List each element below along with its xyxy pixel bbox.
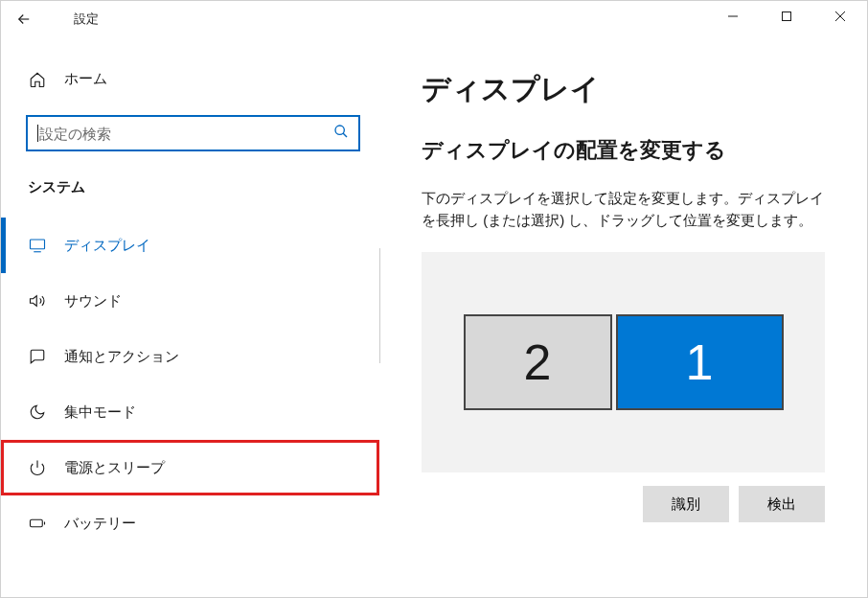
maximize-button[interactable] (760, 1, 813, 32)
svg-point-4 (335, 126, 344, 134)
sidebar-item-display[interactable]: ディスプレイ (1, 218, 379, 273)
power-icon (28, 459, 47, 476)
minimize-icon (727, 11, 739, 22)
sidebar-item-sound[interactable]: サウンド (1, 273, 379, 329)
sidebar-item-label: サウンド (64, 292, 122, 310)
svg-rect-10 (31, 519, 43, 527)
monitor-number: 2 (524, 334, 552, 391)
section-title: ディスプレイの配置を変更する (422, 136, 825, 165)
search-icon (333, 124, 349, 143)
page-title: ディスプレイ (422, 70, 825, 109)
sidebar-item-notifications[interactable]: 通知とアクション (1, 329, 379, 384)
titlebar: 設定 (1, 1, 867, 37)
close-button[interactable] (813, 1, 867, 32)
display-arrangement-area[interactable]: 2 1 (422, 252, 825, 472)
detect-button[interactable]: 検出 (739, 486, 825, 522)
identify-button[interactable]: 識別 (643, 486, 729, 522)
sidebar: ホーム システム ディスプレイ サウンド (1, 37, 379, 597)
speaker-icon (28, 292, 47, 310)
sidebar-item-label: 集中モード (64, 403, 136, 422)
minimize-button[interactable] (706, 1, 760, 32)
search-box[interactable] (26, 115, 360, 151)
window-controls (706, 1, 867, 32)
sidebar-item-label: ディスプレイ (64, 237, 150, 255)
section-description: 下のディスプレイを選択して設定を変更します。ディスプレイを長押し (または選択)… (422, 188, 825, 231)
monitor-icon (28, 237, 47, 254)
arrow-left-icon (15, 11, 33, 28)
window-title: 設定 (74, 11, 99, 28)
message-icon (28, 348, 47, 365)
moon-icon (28, 403, 47, 421)
svg-marker-8 (31, 296, 37, 307)
close-icon (834, 11, 846, 22)
monitor-number: 1 (686, 334, 714, 391)
sidebar-item-label: バッテリー (64, 515, 136, 533)
back-button[interactable] (1, 1, 47, 37)
svg-rect-1 (783, 12, 791, 21)
svg-line-5 (343, 133, 347, 137)
battery-icon (28, 515, 47, 532)
scrollbar-track[interactable] (379, 248, 380, 363)
sidebar-item-label: 電源とスリープ (64, 459, 165, 477)
search-input[interactable] (37, 125, 333, 143)
monitor-tile-1[interactable]: 1 (616, 314, 784, 410)
sidebar-item-power[interactable]: 電源とスリープ (1, 440, 379, 495)
sidebar-item-label: 通知とアクション (64, 348, 179, 366)
sidebar-home-label: ホーム (64, 70, 107, 88)
text-caret (37, 125, 38, 142)
sidebar-item-focus[interactable]: 集中モード (1, 384, 379, 440)
sidebar-home[interactable]: ホーム (1, 64, 379, 94)
svg-rect-6 (31, 240, 45, 249)
sidebar-section-label: システム (28, 178, 379, 196)
main-panel: ディスプレイ ディスプレイの配置を変更する 下のディスプレイを選択して設定を変更… (379, 37, 867, 597)
sidebar-item-battery[interactable]: バッテリー (1, 495, 379, 551)
monitor-tile-2[interactable]: 2 (464, 314, 612, 410)
home-icon (28, 71, 47, 88)
maximize-icon (781, 11, 792, 22)
